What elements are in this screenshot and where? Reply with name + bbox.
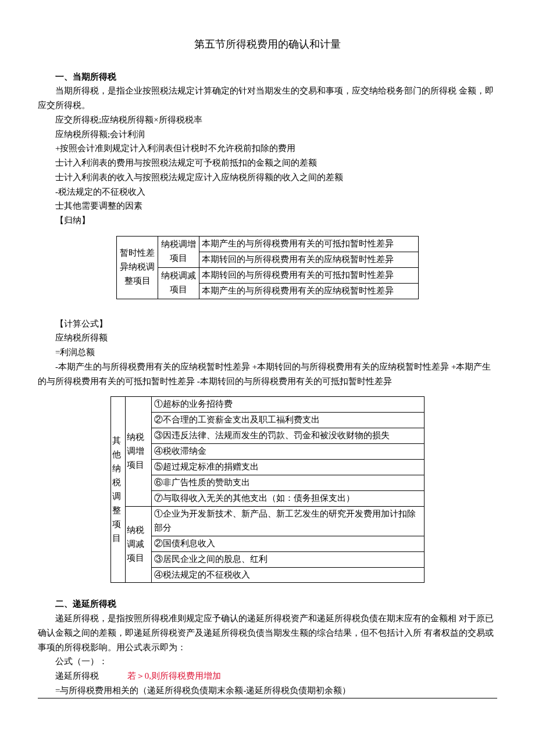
t2-g1: 纳税调增项目 — [126, 397, 152, 506]
other-adjust-table: 其他纳税调整项目 纳税调增项目 ①超标的业务招待费 ②不合理的工资薪金支出及职工… — [110, 396, 425, 583]
calc-heading: 【计算公式】 — [38, 317, 497, 331]
calc-l1: 应纳税所得额 — [38, 331, 497, 345]
t2-g1r6: ⑥非广告性质的赞助支出 — [152, 475, 425, 491]
t1-col1: 暂时性差异纳税调整项目 — [117, 236, 158, 299]
s1-l7: 士其他需要调整的因素 — [38, 199, 497, 213]
page-title: 第五节所得税费用的确认和计量 — [38, 36, 497, 53]
summary-table: 暂时性差异纳税调整项目 纳税调增项目 本期产生的与所得税费用有关的可抵扣暂时性差… — [116, 236, 419, 299]
t1-r4: 本期产生的与所得税费用有关的应纳税暂时性差异 — [199, 283, 419, 299]
t2-col1: 其他纳税调整项目 — [111, 397, 126, 583]
t1-g1: 纳税调增项目 — [158, 236, 199, 267]
t1-r1: 本期产生的与所得税费用有关的可抵扣暂时性差异 — [199, 236, 419, 252]
s1-l6: -税法规定的不征税收入 — [38, 185, 497, 199]
t2-g1r5: ⑤超过规定标准的捐赠支出 — [152, 460, 425, 475]
t1-g2: 纳税调减项目 — [158, 267, 199, 299]
s2-l2b-red-note: 若＞0,则所得税费用增加 — [127, 671, 221, 680]
s2-l2: 递延所得税 若＞0,则所得税费用增加 — [38, 669, 497, 683]
s2-l3: =与所得税费用相关的（递延所得税负债期末余额-递延所得税负债期初余额） — [38, 683, 497, 698]
t2-g1r7: ⑦与取得收入无关的其他支出（如：债务担保支出） — [152, 490, 425, 506]
t2-g1r4: ④税收滞纳金 — [152, 444, 425, 460]
section-2-heading: 二、递延所得税 — [38, 597, 497, 611]
s1-l4: 士计入利润表的费用与按照税法规定可予税前抵扣的金额之间的差额 — [38, 156, 497, 170]
calc-l2: =利润总额 — [38, 345, 497, 360]
s1-l1: 应交所得税;应纳税所得额×所得税税率 — [38, 113, 497, 127]
s2-l1: 公式（一）： — [38, 654, 497, 669]
s1-p1: 当期所得税，是指企业按照税法规定计算确定的针对当期发生的交易和事项，应交纳给税务… — [38, 84, 497, 113]
s1-l3: +按照会计准则规定计入利润表但计税时不允许税前扣除的费用 — [38, 141, 497, 156]
t2-g1r1: ①超标的业务招待费 — [152, 397, 425, 413]
t1-r2: 本期转回的与所得税费用有关的应纳税暂时性差异 — [199, 252, 419, 267]
t2-g2: 纳税调减项目 — [126, 506, 152, 583]
s1-l8: 【归纳】 — [38, 213, 497, 228]
section-1-heading: 一、当期所得税 — [38, 70, 497, 84]
s2-l2a: 递延所得税 — [55, 671, 99, 680]
s2-p1: 递延所得税，是指按照所得税准则规定应予确认的递延所得税资产和递延所得税负债在期末… — [38, 611, 497, 654]
calc-l3: -本期产生的与所得税费用有关的应纳税暂时性差异 +本期转回的与所得税费用有关的应… — [38, 360, 497, 389]
t1-r3: 本期转回的与所得税费用有关的可抵扣暂时性差异 — [199, 267, 419, 283]
t2-g2r4: ④税法规定的不征税收入 — [152, 567, 425, 583]
t2-g2r1: ①企业为开发新技术、新产品、新工艺发生的研究开发费用加计扣除部分 — [152, 506, 425, 536]
t2-g1r2: ②不合理的工资薪金支出及职工福利费支出 — [152, 413, 425, 428]
t2-g2r3: ③居民企业之间的股息、红利 — [152, 551, 425, 567]
s1-l5: 士计入利润表的收入与按照税法规定应计入应纳税所得额的收入之间的差额 — [38, 170, 497, 185]
s1-l2: 应纳税所得额;会计利润 — [38, 127, 497, 142]
t2-g1r3: ③因违反法律、法规而发生的罚款、罚金和被没收财物的损失 — [152, 428, 425, 444]
t2-g2r2: ②国债利息收入 — [152, 536, 425, 551]
